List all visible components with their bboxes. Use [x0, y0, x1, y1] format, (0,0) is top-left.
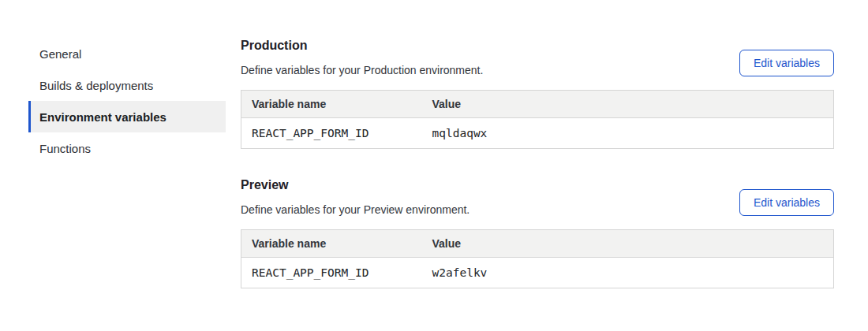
- column-header-value: Value: [422, 230, 834, 258]
- column-header-value: Value: [422, 91, 834, 118]
- variable-name-cell: REACT_APP_FORM_ID: [241, 258, 422, 288]
- sidebar-item-label: Environment variables: [39, 110, 166, 124]
- variable-value-cell: mqldaqwx: [422, 118, 834, 149]
- production-variables-table: Variable name Value REACT_APP_FORM_ID mq…: [241, 90, 834, 149]
- edit-variables-button-production[interactable]: Edit variables: [739, 50, 834, 76]
- settings-content: Production Define variables for your Pro…: [241, 38, 834, 288]
- sidebar-item-general[interactable]: General: [28, 38, 226, 69]
- sidebar-item-functions[interactable]: Functions: [28, 132, 226, 164]
- sidebar-item-label: Builds & deployments: [39, 79, 153, 92]
- sidebar-item-builds-deployments[interactable]: Builds & deployments: [28, 69, 226, 101]
- column-header-variable-name: Variable name: [241, 91, 422, 118]
- table-header-row: Variable name Value: [241, 230, 834, 258]
- sidebar-item-environment-variables[interactable]: Environment variables: [28, 101, 226, 132]
- variable-name-cell: REACT_APP_FORM_ID: [241, 118, 422, 149]
- table-header-row: Variable name Value: [241, 91, 834, 118]
- settings-page: General Builds & deployments Environment…: [0, 0, 868, 288]
- table-row: REACT_APP_FORM_ID mqldaqwx: [241, 118, 834, 149]
- sidebar-item-label: General: [39, 47, 81, 61]
- preview-section: Preview Define variables for your Previe…: [241, 177, 834, 288]
- table-row: REACT_APP_FORM_ID w2afelkv: [241, 258, 834, 288]
- settings-sidebar: General Builds & deployments Environment…: [28, 38, 226, 288]
- production-section: Production Define variables for your Pro…: [241, 38, 834, 149]
- variable-value-cell: w2afelkv: [422, 258, 834, 288]
- preview-variables-table: Variable name Value REACT_APP_FORM_ID w2…: [241, 229, 834, 288]
- column-header-variable-name: Variable name: [241, 230, 422, 258]
- sidebar-item-label: Functions: [39, 142, 91, 155]
- edit-variables-button-preview[interactable]: Edit variables: [739, 189, 834, 216]
